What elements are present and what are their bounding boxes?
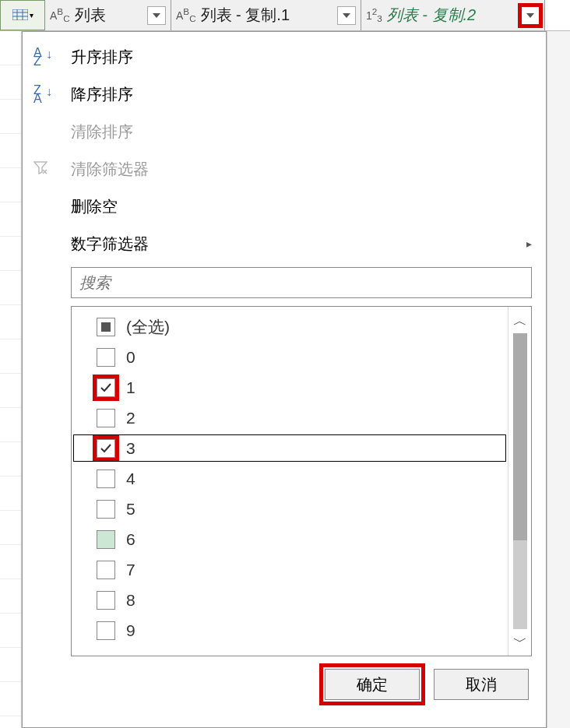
row-number-gutter — [0, 31, 22, 728]
svg-rect-0 — [12, 9, 28, 20]
filter-value-item[interactable]: 9 — [72, 615, 508, 645]
filter-value-label: 5 — [126, 500, 135, 519]
column-label: 列表 — [75, 5, 147, 26]
sort-desc-item[interactable]: ZA↓ 降序排序 — [23, 76, 546, 113]
select-all-item[interactable]: (全选) — [72, 311, 508, 342]
filter-value-item[interactable]: 3 — [72, 433, 508, 463]
checkbox-unchecked[interactable] — [97, 621, 115, 640]
main-vertical-scrollbar[interactable] — [547, 31, 570, 728]
chevron-down-icon: ▾ — [30, 11, 33, 19]
column-dropdown-button[interactable] — [521, 6, 540, 25]
filter-value-label: 8 — [126, 591, 135, 610]
checkbox-unchecked[interactable] — [97, 409, 115, 427]
column-label: 列表 - 复制.2 — [387, 5, 521, 26]
sort-desc-icon: ZA↓ — [33, 86, 42, 103]
filter-value-label: 0 — [126, 348, 135, 367]
filter-value-item[interactable]: 1 — [72, 372, 508, 403]
cancel-button[interactable]: 取消 — [434, 669, 529, 700]
scroll-track[interactable] — [513, 333, 527, 629]
filter-value-label: 6 — [126, 530, 135, 549]
checkbox-unchecked[interactable] — [97, 530, 115, 549]
filter-value-item[interactable]: 8 — [72, 585, 508, 615]
number-filter-item[interactable]: 数字筛选器 ▸ — [23, 225, 546, 262]
column-label: 列表 - 复制.1 — [201, 5, 337, 26]
filter-value-item[interactable]: 7 — [72, 554, 508, 585]
column-header-1[interactable]: ABC 列表 - 复制.1 — [171, 0, 361, 30]
checkbox-unchecked[interactable] — [97, 470, 115, 488]
filter-value-label: 2 — [126, 409, 135, 427]
sort-asc-icon: AZ↓ — [33, 48, 42, 65]
scroll-thumb[interactable] — [513, 333, 527, 540]
column-dropdown-button[interactable] — [337, 6, 356, 25]
scroll-down-icon[interactable]: ﹀ — [511, 632, 530, 651]
filter-list-scrollbar[interactable]: ︿ ﹀ — [508, 307, 531, 656]
filter-value-item[interactable]: 0 — [72, 342, 508, 372]
text-type-icon: ABC — [50, 7, 70, 23]
filter-value-label: 9 — [126, 621, 135, 640]
filter-search-input[interactable] — [71, 267, 532, 298]
column-dropdown-button[interactable] — [147, 6, 166, 25]
filter-value-label: 4 — [126, 470, 135, 488]
checkbox-checked[interactable] — [97, 378, 115, 397]
table-icon — [12, 6, 28, 24]
checkbox-unchecked[interactable] — [97, 500, 115, 519]
filter-value-item[interactable]: 6 — [72, 524, 508, 554]
checkbox-checked[interactable] — [97, 439, 115, 458]
sort-asc-item[interactable]: AZ↓ 升序排序 — [23, 38, 546, 76]
chevron-right-icon: ▸ — [526, 237, 532, 250]
funnel-clear-icon — [33, 160, 48, 178]
checkbox-unchecked[interactable] — [97, 561, 115, 579]
filter-value-label: 7 — [126, 561, 135, 579]
column-header-0[interactable]: ABC 列表 — [45, 0, 171, 30]
checkbox-indeterminate[interactable] — [97, 318, 115, 336]
clear-filter-item: 清除筛选器 — [23, 150, 546, 188]
filter-value-item[interactable]: 2 — [72, 403, 508, 433]
text-type-icon: ABC — [176, 7, 196, 23]
checkbox-unchecked[interactable] — [97, 348, 115, 367]
table-menu-button[interactable]: ▾ — [0, 0, 45, 30]
ok-button[interactable]: 确定 — [325, 669, 420, 700]
remove-empty-item[interactable]: 删除空 — [23, 188, 546, 225]
filter-value-label: 1 — [126, 378, 135, 397]
number-type-icon: 123 — [366, 7, 382, 23]
scroll-up-icon[interactable]: ︿ — [511, 311, 530, 330]
filter-value-item[interactable]: 4 — [72, 463, 508, 494]
filter-values-list: (全选) 0123456789 — [72, 307, 508, 656]
clear-sort-item: 清除排序 — [23, 113, 546, 150]
filter-value-item[interactable]: 5 — [72, 494, 508, 524]
filter-dropdown-panel: AZ↓ 升序排序 ZA↓ 降序排序 清除排序 清除筛选器 删除空 数字筛选器 — [22, 31, 547, 728]
column-header-2[interactable]: 123 列表 - 复制.2 — [361, 0, 545, 30]
filter-value-label: 3 — [126, 439, 135, 458]
column-header-row: ▾ ABC 列表 ABC 列表 - 复制.1 123 列表 - 复制.2 — [0, 0, 570, 31]
checkbox-unchecked[interactable] — [97, 591, 115, 610]
